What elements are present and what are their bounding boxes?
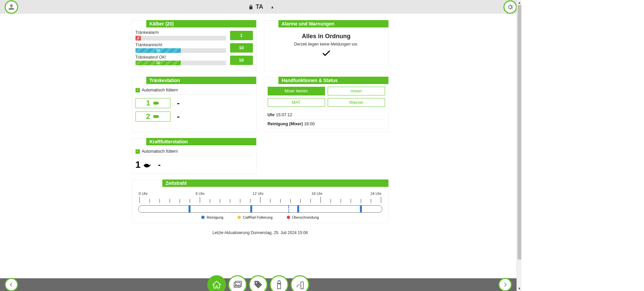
timeline-panel: Zeitstrahl 0 Uhr 6 Uhr 12 Uhr 18 Uhr 24 … — [132, 180, 389, 223]
station-number: 2 — [146, 112, 150, 121]
hand-panel: Handfunktionen & Status Mixer leeren mix… — [264, 77, 389, 132]
calves-row: Tränkealarm11 — [136, 30, 253, 41]
calves-row: Tränkeabruf OK!1010 — [136, 55, 253, 65]
progress-bar: 1 — [136, 36, 226, 41]
tick-label: 6 Uhr — [196, 192, 205, 196]
station-status: - — [177, 98, 180, 108]
home-button[interactable] — [207, 275, 226, 291]
top-bar: TA ▴ — [0, 0, 522, 14]
scroll-thumb[interactable] — [518, 5, 521, 260]
progress-fill: 1 — [136, 36, 141, 41]
next-button[interactable] — [498, 278, 512, 291]
page-title[interactable]: TA ▴ — [248, 3, 273, 10]
clean-value: 16:00 — [304, 122, 315, 126]
chevron-right-icon — [502, 282, 508, 287]
user-icon — [8, 4, 15, 10]
wasser-button[interactable]: Wasser — [328, 98, 385, 107]
station-status: - — [177, 112, 180, 121]
tick-label: 12 Uhr — [253, 192, 264, 196]
kraft-station-status: - — [158, 160, 161, 169]
legend-reinigung: Reinigung — [207, 215, 223, 219]
tick-label: 24 Uhr — [370, 192, 381, 196]
legend-calfrail: CalfRail Fütterung — [243, 215, 273, 219]
lock-icon — [248, 4, 254, 10]
timeline-ruler — [138, 196, 382, 204]
gear-icon — [507, 4, 514, 10]
calves-row-label: Tränkeabruf OK! — [136, 55, 226, 60]
calves-count-button[interactable]: 1 — [230, 31, 253, 40]
chevron-left-icon — [9, 282, 14, 287]
legend-dot-yellow — [237, 216, 241, 219]
alarms-headline: Alles in Ordnung — [268, 33, 385, 40]
alarms-sub: Derzeit liegen keine Meldungen vor. — [268, 42, 385, 47]
bottle-icon — [274, 280, 284, 290]
gallery-button[interactable] — [228, 275, 247, 291]
progress-fill: 10 — [136, 61, 181, 65]
tag-button[interactable] — [249, 275, 268, 291]
calves-row-label: Tränkeanrecht — [136, 43, 226, 47]
kraft-auto-label: Automatisch füttern — [142, 149, 178, 154]
timeline-legend: Reinigung CalfRail Fütterung Überschneid… — [138, 215, 382, 219]
legend-dot-blue — [201, 216, 205, 219]
scroll-down-icon[interactable]: ▼ — [517, 286, 522, 291]
timeline-event-reinigung — [189, 206, 191, 212]
tick-label: 0 Uhr — [139, 192, 148, 196]
calves-panel: Kälber (20) Tränkealarm11Tränkeanrecht10… — [132, 20, 257, 71]
mixer-leeren-button[interactable]: Mixer leeren — [268, 87, 325, 95]
station-icon — [153, 100, 160, 106]
calves-header: Kälber (20) — [146, 20, 256, 27]
prev-button[interactable] — [5, 278, 18, 291]
clock-label: Uhr — [268, 113, 275, 117]
last-update: Letzte Aktualisierung Donnerstag, 25. Ju… — [132, 229, 389, 236]
legend-dot-red — [287, 216, 290, 219]
feeder-button[interactable] — [290, 275, 309, 291]
user-button[interactable] — [5, 0, 18, 14]
calves-count-button[interactable]: 10 — [230, 56, 253, 65]
station-chip[interactable]: 1 — [136, 98, 170, 108]
timeline-event-reinigung — [297, 206, 299, 212]
timeline-header: Zeitstrahl — [162, 179, 388, 187]
station-number: 1 — [146, 99, 150, 107]
scroll-up-icon[interactable]: ▲ — [517, 0, 522, 5]
bottom-nav — [0, 278, 517, 291]
alarms-header: Alarme und Warnungen — [278, 20, 388, 27]
scrollbar[interactable]: ▲ ▼ — [517, 0, 522, 291]
bottle-button[interactable] — [270, 275, 288, 291]
clock-line: Uhr 15:07:12 — [268, 110, 385, 119]
timeline-event-planned — [288, 206, 289, 212]
alarms-panel: Alarme und Warnungen Alles in Ordnung De… — [264, 20, 389, 71]
kraft-panel: Kraftfutterstation Automatisch füttern 1… — [132, 138, 257, 174]
mat-button[interactable]: MAT — [268, 98, 325, 107]
clean-label: Reinigung (Mixer) — [268, 122, 303, 126]
mixen-button[interactable]: mixen — [328, 87, 385, 95]
kraft-header: Kraftfutterstation — [146, 138, 256, 145]
settings-button[interactable] — [503, 0, 517, 14]
legend-overlap: Überschneidung — [292, 215, 319, 219]
hand-header: Handfunktionen & Status — [278, 77, 388, 84]
caret-up-icon: ▴ — [271, 5, 273, 9]
traenke-header: Tränkestation — [146, 77, 256, 84]
progress-bar: 10 — [136, 48, 226, 53]
feeder-icon — [295, 280, 305, 290]
timeline-event-reinigung — [250, 206, 252, 212]
traenke-station-row: 2- — [136, 112, 253, 122]
kraft-station-row[interactable]: 1 - — [136, 159, 253, 170]
gallery-icon — [232, 280, 243, 290]
timeline-event-reinigung — [360, 206, 362, 212]
station-chip[interactable]: 2 — [136, 112, 170, 122]
traenke-auto-label: Automatisch füttern — [142, 88, 178, 92]
clean-line: Reinigung (Mixer) 16:00 — [268, 119, 385, 129]
checkbox-checked-icon — [136, 149, 140, 154]
svg-point-27 — [256, 282, 257, 284]
traenke-station-row: 1- — [136, 98, 253, 108]
tag-icon — [253, 280, 263, 290]
traenke-auto-row[interactable]: Automatisch füttern — [136, 87, 253, 95]
kraft-station-number: 1 — [136, 159, 141, 170]
calves-count-button[interactable]: 10 — [230, 43, 253, 53]
progress-fill: 10 — [136, 48, 181, 53]
kraft-auto-row[interactable]: Automatisch füttern — [136, 148, 253, 156]
feed-icon — [143, 161, 151, 168]
clock-value: 15:07:12 — [276, 113, 292, 117]
timeline-bar — [138, 205, 382, 213]
title-text: TA — [256, 3, 263, 10]
